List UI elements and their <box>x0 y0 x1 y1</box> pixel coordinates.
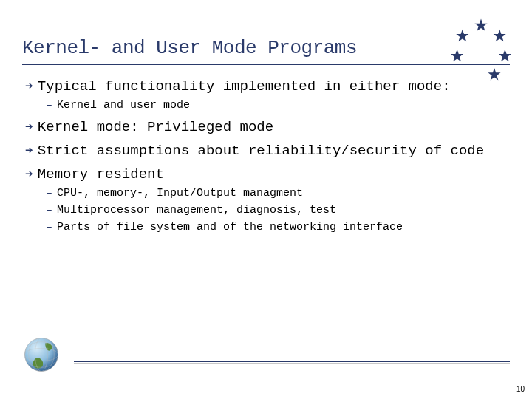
slide-content: ➔ Typical functionality implemented in e… <box>22 78 510 233</box>
arrow-bullet-icon: ➔ <box>25 78 33 95</box>
slide-container: Kernel- and User Mode Programs ➔ Typical… <box>0 0 532 399</box>
dash-bullet-icon: – <box>46 204 52 216</box>
sub-bullet-text: Kernel and user mode <box>57 99 190 112</box>
dash-bullet-icon: – <box>46 187 52 200</box>
slide-header: Kernel- and User Mode Programs <box>22 37 510 65</box>
arrow-bullet-icon: ➔ <box>25 166 33 183</box>
globe-icon <box>22 335 61 374</box>
bullet-text: Kernel mode: Privileged mode <box>38 119 273 135</box>
svg-marker-1 <box>494 30 506 41</box>
sub-bullet-text: Multiprocessor management, diagnosis, te… <box>57 204 336 216</box>
svg-marker-4 <box>456 30 468 41</box>
bullet-item: ➔ Typical functionality implemented in e… <box>25 78 510 95</box>
sub-bullet-item: – CPU-, memory-, Input/Output managment <box>46 187 510 200</box>
bullet-text: Memory resident <box>38 166 164 183</box>
dash-bullet-icon: – <box>46 221 52 233</box>
sub-bullet-item: – Kernel and user mode <box>46 99 510 112</box>
svg-marker-5 <box>451 50 463 61</box>
arrow-bullet-icon: ➔ <box>25 119 33 135</box>
sub-bullet-item: – Parts of file system and of the networ… <box>46 221 510 233</box>
stars-logo-icon <box>448 15 514 81</box>
title-rule <box>22 64 510 65</box>
bullet-text: Strict assumptions about reliability/sec… <box>38 143 484 159</box>
svg-marker-3 <box>488 68 500 80</box>
bullet-item: ➔ Strict assumptions about reliability/s… <box>25 143 510 159</box>
bullet-item: ➔ Kernel mode: Privileged mode <box>25 119 510 135</box>
sub-bullet-text: Parts of file system and of the networki… <box>57 221 403 233</box>
page-number: 10 <box>516 385 525 393</box>
bullet-text: Typical functionality implemented in eit… <box>38 78 451 95</box>
slide-title: Kernel- and User Mode Programs <box>22 37 510 59</box>
footer-rule <box>74 361 510 362</box>
sub-bullet-text: CPU-, memory-, Input/Output managment <box>57 187 303 200</box>
bullet-item: ➔ Memory resident <box>25 166 510 183</box>
svg-marker-2 <box>499 50 511 61</box>
arrow-bullet-icon: ➔ <box>25 143 33 159</box>
dash-bullet-icon: – <box>46 99 52 112</box>
sub-bullet-item: – Multiprocessor management, diagnosis, … <box>46 204 510 216</box>
svg-marker-0 <box>474 18 487 30</box>
